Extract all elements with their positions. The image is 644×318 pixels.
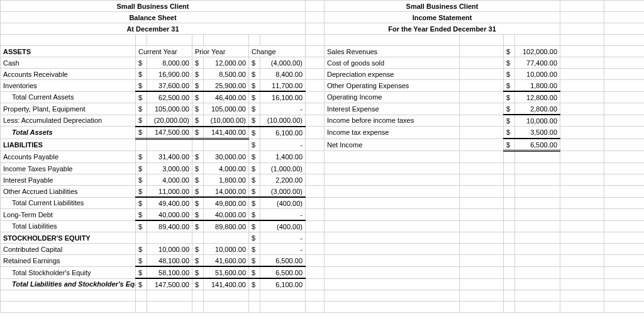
amount-cell: 10,000.00 <box>515 69 560 80</box>
amount-cell: 6,100.00 <box>260 278 306 290</box>
bs-row-label: Cash <box>1 57 136 69</box>
currency-symbol: $ <box>192 127 204 139</box>
amount-cell: (10,000.00) <box>260 115 306 127</box>
amount-cell: 2,800.00 <box>515 103 560 115</box>
bs-row-label: Other Accrued Liabilities <box>1 186 136 198</box>
currency-symbol: $ <box>249 91 260 103</box>
currency-symbol: $ <box>136 209 147 221</box>
currency-symbol: $ <box>136 244 147 255</box>
bs-row-label: Total Current Liabilitites <box>1 197 136 209</box>
currency-symbol: $ <box>249 103 260 115</box>
currency-symbol: $ <box>136 197 147 209</box>
currency-symbol: $ <box>249 232 260 244</box>
currency-symbol: $ <box>192 57 204 69</box>
amount-cell: 11,700.00 <box>260 80 306 92</box>
currency-symbol: $ <box>504 57 515 69</box>
amount-cell: (20,000.00) <box>147 115 192 127</box>
currency-symbol: $ <box>249 220 260 232</box>
amount-cell: 8,000.00 <box>147 57 192 69</box>
bs-title-company: Small Business Client <box>1 1 306 12</box>
bs-row-label: Property, Plant, Equipment <box>1 103 136 115</box>
amount-cell: 105,000.00 <box>147 103 192 115</box>
bs-row-label: Total Assets <box>1 127 136 139</box>
is-row-label: Interest Expense <box>325 103 460 115</box>
amount-cell: 12,800.00 <box>515 91 560 103</box>
currency-symbol: $ <box>504 139 515 151</box>
currency-symbol: $ <box>192 103 204 115</box>
currency-symbol: $ <box>136 278 147 290</box>
is-title-report: Income Statement <box>325 12 560 23</box>
currency-symbol: $ <box>136 80 147 92</box>
amount-cell: 6,500.00 <box>515 139 560 151</box>
currency-symbol: $ <box>136 103 147 115</box>
bs-row-label: Total Liabilities <box>1 220 136 232</box>
currency-symbol: $ <box>192 163 204 174</box>
currency-symbol: $ <box>136 266 147 278</box>
amount-cell: 3,500.00 <box>515 127 560 139</box>
amount-cell: 8,400.00 <box>260 69 306 80</box>
currency-symbol: $ <box>249 151 260 163</box>
is-row-label: Net Income <box>325 139 460 151</box>
amount-cell: 1,800.00 <box>204 174 249 186</box>
amount-cell: 31,400.00 <box>147 151 192 163</box>
is-title-company: Small Business Client <box>325 1 560 12</box>
amount-cell: 48,100.00 <box>147 255 192 267</box>
bs-row-label: Accounts Payable <box>1 151 136 163</box>
currency-symbol: $ <box>192 69 204 80</box>
amount-cell: 62,500.00 <box>147 91 192 103</box>
is-row-label: Sales Revenues <box>325 46 460 57</box>
currency-symbol: $ <box>136 115 147 127</box>
currency-symbol: $ <box>249 69 260 80</box>
currency-symbol: $ <box>504 80 515 92</box>
amount-cell: 147,500.00 <box>147 278 192 290</box>
amount-cell: (10,000.00) <box>204 115 249 127</box>
currency-symbol: $ <box>249 278 260 290</box>
spreadsheet[interactable]: Small Business ClientSmall Business Clie… <box>0 0 644 313</box>
currency-symbol: $ <box>192 91 204 103</box>
amount-cell: 4,000.00 <box>147 174 192 186</box>
currency-symbol: $ <box>249 255 260 267</box>
amount-cell: 141,400.00 <box>204 127 249 139</box>
currency-symbol: $ <box>249 139 260 151</box>
amount-cell: (3,000.00) <box>260 186 306 198</box>
currency-symbol: $ <box>136 91 147 103</box>
is-row-label: Other Operating Expenses <box>325 80 460 92</box>
amount-cell: 46,400.00 <box>204 91 249 103</box>
amount-cell: 105,000.00 <box>204 103 249 115</box>
currency-symbol: $ <box>249 186 260 198</box>
currency-symbol: $ <box>249 115 260 127</box>
amount-cell: 10,000.00 <box>147 244 192 255</box>
currency-symbol: $ <box>192 115 204 127</box>
currency-symbol: $ <box>136 255 147 267</box>
currency-symbol: $ <box>249 163 260 174</box>
amount-cell: 25,900.00 <box>204 80 249 92</box>
amount-cell: 14,000.00 <box>204 186 249 198</box>
currency-symbol: $ <box>136 57 147 69</box>
is-row-label: Income tax expense <box>325 127 460 139</box>
currency-symbol: $ <box>136 127 147 139</box>
amount-cell: 40,000.00 <box>147 209 192 221</box>
amount-cell: 10,000.00 <box>204 244 249 255</box>
currency-symbol: $ <box>504 103 515 115</box>
bs-row-label: Less: Accumulated Depreciation <box>1 115 136 127</box>
amount-cell: 2,200.00 <box>260 174 306 186</box>
currency-symbol: $ <box>249 80 260 92</box>
amount-cell: 12,000.00 <box>204 57 249 69</box>
currency-symbol: $ <box>192 255 204 267</box>
currency-symbol: $ <box>504 69 515 80</box>
bs-row-label: Inventories <box>1 80 136 92</box>
is-row-label: Operating Income <box>325 91 460 103</box>
currency-symbol: $ <box>192 220 204 232</box>
amount-cell: - <box>260 232 306 244</box>
is-row-label: Cost of goods sold <box>325 57 460 69</box>
bs-row-label: Total Liabilities and Stockholder's Equi… <box>1 278 136 290</box>
amount-cell: (400.00) <box>260 197 306 209</box>
amount-cell: 37,600.00 <box>147 80 192 92</box>
amount-cell: 41,600.00 <box>204 255 249 267</box>
currency-symbol: $ <box>192 186 204 198</box>
amount-cell: (4,000.00) <box>260 57 306 69</box>
amount-cell: (1,000.00) <box>260 163 306 174</box>
amount-cell: 58,100.00 <box>147 266 192 278</box>
currency-symbol: $ <box>192 151 204 163</box>
amount-cell: 141,400.00 <box>204 278 249 290</box>
